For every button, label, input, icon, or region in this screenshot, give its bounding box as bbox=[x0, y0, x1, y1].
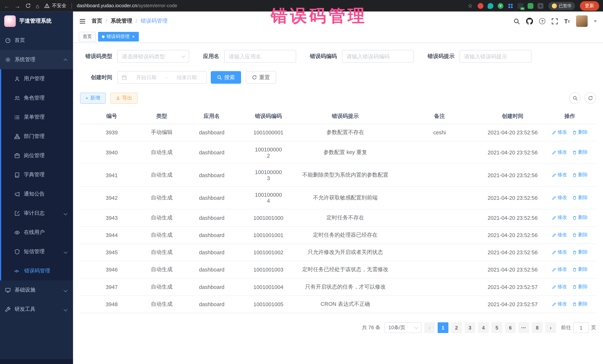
sidebar-item-online-users[interactable]: 在线用户 bbox=[1, 223, 73, 242]
sidebar-item-menus[interactable]: 菜单管理 bbox=[1, 108, 73, 127]
delete-link[interactable]: 删除 bbox=[572, 266, 588, 273]
sidebar-item-error-code[interactable]: </> 错误码管理 bbox=[1, 261, 73, 280]
sidebar-item-notice[interactable]: 通知公告 bbox=[1, 184, 73, 204]
bookmark-star-icon[interactable]: ☆ bbox=[468, 3, 473, 9]
edit-link[interactable]: 修改 bbox=[552, 129, 567, 136]
page-size-select[interactable]: 10条/页 bbox=[385, 322, 422, 333]
sidebar-item-system[interactable]: 系统管理 bbox=[0, 50, 73, 69]
goto-page-input[interactable] bbox=[573, 322, 589, 333]
edit-link[interactable]: 修改 bbox=[552, 232, 567, 238]
edit-link[interactable]: 修改 bbox=[552, 194, 567, 201]
page-button-4[interactable]: 4 bbox=[478, 322, 489, 333]
refresh-table-button[interactable] bbox=[585, 92, 596, 104]
next-page-button[interactable]: › bbox=[545, 322, 556, 333]
extension-icon-5[interactable]: on bbox=[518, 3, 523, 9]
app-name-input[interactable] bbox=[229, 53, 291, 59]
more-pages-button[interactable]: ••• bbox=[518, 322, 529, 333]
sidebar-item-users[interactable]: 用户管理 bbox=[1, 69, 73, 88]
font-size-icon[interactable]: T T bbox=[564, 18, 570, 24]
sidebar-item-home[interactable]: 首页 bbox=[0, 31, 73, 50]
delete-link[interactable]: 删除 bbox=[572, 194, 588, 201]
breadcrumb-item[interactable]: 首页 bbox=[92, 18, 102, 24]
sidebar-item-sms[interactable]: 短信管理 bbox=[1, 242, 73, 261]
extension-icon-4[interactable] bbox=[508, 3, 513, 9]
sidebar-item-infrastructure[interactable]: 基础设施 bbox=[0, 280, 73, 300]
tab-home[interactable]: 首页 bbox=[79, 32, 96, 42]
delete-link[interactable]: 删除 bbox=[572, 284, 588, 290]
page-button-1[interactable]: 1 bbox=[438, 322, 448, 333]
prev-page-button[interactable]: ‹ bbox=[424, 322, 435, 333]
app-brand[interactable]: 芋道管理系统 bbox=[0, 11, 73, 31]
address-bar[interactable]: dashboard.yudao.iocoder.cn/system/error-… bbox=[77, 3, 177, 9]
page-button-8[interactable]: 8 bbox=[532, 322, 543, 333]
sidebar-item-positions[interactable]: 岗位管理 bbox=[1, 146, 73, 165]
code-icon: </> bbox=[14, 269, 20, 273]
browser-update-button[interactable]: 更新 bbox=[580, 1, 599, 11]
edit-link[interactable]: 修改 bbox=[552, 266, 567, 273]
delete-link[interactable]: 删除 bbox=[572, 301, 588, 307]
github-icon[interactable] bbox=[526, 18, 533, 24]
page-button-5[interactable]: 5 bbox=[491, 322, 502, 333]
page-button-2[interactable]: 2 bbox=[451, 322, 462, 333]
error-hint-input[interactable] bbox=[464, 53, 527, 59]
delete-link[interactable]: 删除 bbox=[572, 149, 588, 156]
start-date-placeholder[interactable]: 开始日期 bbox=[130, 74, 162, 81]
sidebar-item-roles[interactable]: 角色管理 bbox=[1, 88, 73, 108]
edit-link[interactable]: 修改 bbox=[552, 149, 567, 156]
user-avatar[interactable] bbox=[576, 15, 588, 27]
delete-link[interactable]: 删除 bbox=[572, 232, 588, 238]
toggle-search-button[interactable] bbox=[569, 92, 581, 104]
fullscreen-icon[interactable] bbox=[552, 18, 558, 24]
sidebar-item-audit-log[interactable]: 审计日志 bbox=[1, 204, 73, 223]
sidebar-item-dictionary[interactable]: 字典管理 bbox=[1, 165, 73, 184]
page-button-6[interactable]: 6 bbox=[505, 322, 516, 333]
error-type-select-input[interactable] bbox=[122, 53, 180, 59]
tab-error-code[interactable]: 错误码管理 × bbox=[98, 32, 139, 42]
error-code-input[interactable] bbox=[347, 53, 409, 59]
sidebar-collapse-bar[interactable] bbox=[0, 359, 73, 364]
help-icon[interactable]: ? bbox=[539, 18, 545, 24]
error-type-select[interactable] bbox=[117, 50, 189, 62]
hamburger-icon[interactable] bbox=[79, 18, 86, 24]
page-button-3[interactable]: 3 bbox=[464, 322, 475, 333]
app-name-field[interactable] bbox=[224, 50, 296, 62]
paused-badge[interactable]: 已暂停 bbox=[548, 2, 575, 10]
end-date-placeholder[interactable]: 结束日期 bbox=[171, 74, 203, 81]
cell-app: dashboard bbox=[180, 164, 244, 187]
delete-link[interactable]: 删除 bbox=[572, 172, 588, 178]
browser-home-icon[interactable]: ⌂ bbox=[36, 3, 39, 9]
browser-refresh-icon[interactable] bbox=[25, 3, 31, 9]
delete-link[interactable]: 删除 bbox=[572, 129, 588, 136]
add-button[interactable]: + 新增 bbox=[80, 92, 105, 103]
user-menu-caret-icon[interactable] bbox=[594, 20, 597, 22]
cell-id: 3941 bbox=[80, 164, 143, 187]
date-range-picker[interactable]: 开始日期 - 结束日期 bbox=[117, 71, 207, 84]
sidebar-item-devtools[interactable]: 研发工具 bbox=[0, 300, 73, 319]
extension-icon-3[interactable] bbox=[498, 3, 503, 9]
browser-back-icon[interactable]: ← bbox=[4, 3, 10, 9]
browser-forward-icon[interactable]: → bbox=[15, 3, 20, 9]
sidebar-item-label: 角色管理 bbox=[24, 95, 45, 101]
breadcrumb-item[interactable]: 系统管理 bbox=[111, 18, 132, 24]
export-button[interactable]: 导出 bbox=[110, 92, 138, 103]
error-code-field[interactable] bbox=[342, 50, 414, 62]
search-icon[interactable] bbox=[514, 18, 520, 24]
edit-link[interactable]: 修改 bbox=[552, 284, 567, 290]
extension-icon-6[interactable] bbox=[528, 3, 533, 9]
search-button[interactable]: 搜索 bbox=[211, 71, 241, 84]
cell-type: 自动生成 bbox=[143, 278, 180, 296]
edit-link[interactable]: 修改 bbox=[552, 301, 567, 307]
error-hint-field[interactable] bbox=[460, 50, 532, 62]
delete-link[interactable]: 删除 bbox=[572, 249, 588, 255]
edit-link[interactable]: 修改 bbox=[552, 214, 567, 221]
delete-link[interactable]: 删除 bbox=[572, 214, 588, 221]
extension-icon-7[interactable] bbox=[538, 3, 544, 9]
edit-link[interactable]: 修改 bbox=[552, 172, 567, 178]
security-warning[interactable]: 不安全 bbox=[44, 2, 66, 9]
reset-button[interactable]: 重置 bbox=[246, 71, 276, 84]
edit-link[interactable]: 修改 bbox=[552, 249, 567, 255]
sidebar-item-departments[interactable]: 部门管理 bbox=[1, 127, 73, 146]
extension-icon-2[interactable] bbox=[487, 3, 493, 9]
tab-close-icon[interactable]: × bbox=[132, 34, 135, 39]
extension-icon-1[interactable] bbox=[477, 3, 483, 9]
